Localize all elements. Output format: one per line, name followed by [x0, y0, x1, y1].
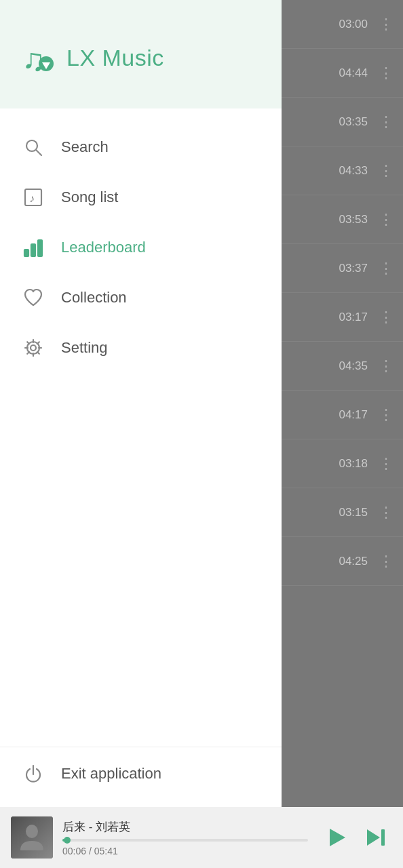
- svg-point-10: [31, 345, 36, 351]
- song-row[interactable]: 03:15 ⋮: [282, 488, 403, 537]
- svg-marker-17: [367, 829, 380, 846]
- song-row[interactable]: 03:53 ⋮: [282, 195, 403, 244]
- sidebar-item-label-setting: Setting: [61, 339, 108, 357]
- exit-label: Exit application: [61, 765, 161, 783]
- songlist-icon: ♪: [20, 184, 46, 210]
- svg-rect-18: [381, 829, 385, 846]
- player-song-title: 后来 - 刘若英: [62, 819, 308, 835]
- heart-icon: [20, 285, 46, 311]
- app-logo-icon: ♫: [20, 39, 57, 76]
- player-controls: [318, 820, 392, 855]
- album-art: [11, 816, 53, 859]
- song-duration: 03:18: [334, 457, 368, 471]
- svg-point-15: [26, 825, 38, 838]
- more-options-icon[interactable]: ⋮: [376, 62, 396, 85]
- song-duration: 04:44: [334, 66, 368, 80]
- svg-point-11: [27, 342, 39, 354]
- song-list: 03:00 ⋮ 04:44 ⋮ 03:35 ⋮ 04:33 ⋮ 03:53 ⋮ …: [282, 0, 403, 807]
- more-options-icon[interactable]: ⋮: [376, 159, 396, 182]
- sidebar-item-label-leaderboard: Leaderboard: [61, 239, 146, 256]
- sidebar-item-setting[interactable]: Setting: [0, 323, 282, 373]
- sidebar: ♫ LX Music Search: [0, 0, 282, 807]
- more-options-icon[interactable]: ⋮: [376, 111, 396, 134]
- svg-marker-16: [330, 829, 345, 846]
- song-duration: 03:35: [334, 115, 368, 129]
- song-row[interactable]: 03:35 ⋮: [282, 98, 403, 146]
- app-title: LX Music: [66, 45, 164, 71]
- play-button[interactable]: [318, 820, 353, 855]
- exit-button[interactable]: Exit application: [0, 747, 282, 807]
- more-options-icon[interactable]: ⋮: [376, 452, 396, 475]
- song-row[interactable]: 03:18 ⋮: [282, 439, 403, 488]
- svg-line-4: [36, 150, 41, 155]
- player-bar: 后来 - 刘若英 00:06 / 05:41: [0, 807, 403, 868]
- more-options-icon[interactable]: ⋮: [376, 403, 396, 427]
- song-duration: 03:53: [334, 213, 368, 226]
- song-row[interactable]: 03:37 ⋮: [282, 244, 403, 293]
- song-row[interactable]: 03:00 ⋮: [282, 0, 403, 49]
- sidebar-item-songlist[interactable]: ♪ Song list: [0, 172, 282, 222]
- song-duration: 03:17: [334, 311, 368, 324]
- song-row[interactable]: 04:44 ⋮: [282, 49, 403, 98]
- song-duration: 03:37: [334, 262, 368, 275]
- power-icon: [20, 761, 46, 787]
- song-row[interactable]: 04:33 ⋮: [282, 146, 403, 195]
- sidebar-item-leaderboard[interactable]: Leaderboard: [0, 222, 282, 273]
- gear-icon: [20, 335, 46, 361]
- song-duration: 03:00: [334, 18, 368, 31]
- svg-rect-7: [24, 250, 28, 256]
- song-row[interactable]: 04:17 ⋮: [282, 391, 403, 439]
- svg-rect-9: [38, 240, 42, 256]
- more-options-icon[interactable]: ⋮: [376, 208, 396, 231]
- sidebar-item-label-songlist: Song list: [61, 189, 118, 206]
- skip-forward-button[interactable]: [362, 823, 392, 852]
- album-art-image: [11, 816, 53, 859]
- song-duration: 03:15: [334, 506, 368, 519]
- more-options-icon[interactable]: ⋮: [376, 550, 396, 573]
- song-duration: 04:17: [334, 408, 368, 422]
- song-row[interactable]: 03:17 ⋮: [282, 293, 403, 342]
- more-options-icon[interactable]: ⋮: [376, 306, 396, 329]
- progress-dot: [64, 837, 71, 844]
- svg-rect-8: [31, 244, 35, 256]
- song-duration: 04:35: [334, 359, 368, 373]
- app-header: ♫ LX Music: [0, 0, 282, 108]
- more-options-icon[interactable]: ⋮: [376, 13, 396, 36]
- song-duration: 04:25: [334, 555, 368, 568]
- song-list-panel: 03:00 ⋮ 04:44 ⋮ 03:35 ⋮ 04:33 ⋮ 03:53 ⋮ …: [282, 0, 403, 807]
- player-time: 00:06 / 05:41: [62, 846, 308, 856]
- svg-text:♪: ♪: [29, 193, 35, 204]
- sidebar-item-collection[interactable]: Collection: [0, 273, 282, 323]
- player-info: 后来 - 刘若英 00:06 / 05:41: [62, 819, 308, 856]
- sidebar-item-label-collection: Collection: [61, 289, 127, 307]
- sidebar-item-label-search: Search: [61, 138, 109, 156]
- song-row[interactable]: 04:25 ⋮: [282, 537, 403, 586]
- song-duration: 04:33: [334, 164, 368, 178]
- search-icon: [20, 134, 46, 160]
- sidebar-item-search[interactable]: Search: [0, 122, 282, 172]
- progress-bar[interactable]: [62, 839, 308, 842]
- more-options-icon[interactable]: ⋮: [376, 257, 396, 280]
- nav-list: Search ♪ Song list: [0, 108, 282, 747]
- more-options-icon[interactable]: ⋮: [376, 501, 396, 524]
- more-options-icon[interactable]: ⋮: [376, 355, 396, 378]
- song-row[interactable]: 04:35 ⋮: [282, 342, 403, 391]
- leaderboard-icon: [20, 235, 46, 260]
